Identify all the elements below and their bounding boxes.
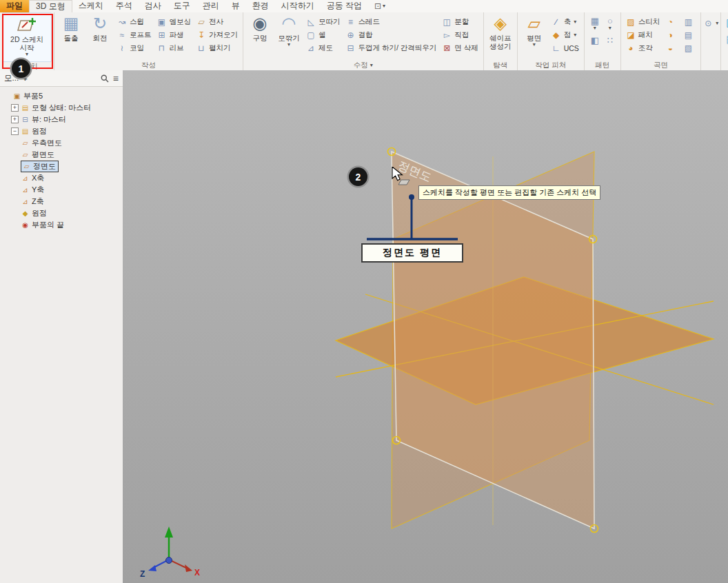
tab-tools[interactable]: 도구 xyxy=(168,0,196,12)
unwrap-button[interactable]: ⊔펼치기 xyxy=(196,43,238,53)
import-button[interactable]: ↧가져오기 xyxy=(196,30,238,40)
panel-style: ⊙ ▾ xyxy=(701,12,720,70)
boundary-patch-button[interactable]: ▥ xyxy=(683,17,696,27)
tree-item-view-master[interactable]: + ⊟ 뷰: 마스터 xyxy=(3,114,123,125)
derive-button[interactable]: ⊞파생 xyxy=(157,30,192,40)
tab-annotate[interactable]: 주석 xyxy=(110,0,139,12)
panel-partial-right: ▣ ▤ xyxy=(720,12,728,70)
shell-button[interactable]: ▢쉘 xyxy=(306,30,341,40)
select-plane-cursor-badge xyxy=(398,180,410,185)
work-plane-button[interactable]: ▱ 평면 ▾ xyxy=(520,12,549,48)
loft-button[interactable]: ≈로프트 xyxy=(117,30,152,40)
decal-button[interactable]: ▱전사 xyxy=(196,17,238,27)
import-icon: ↧ xyxy=(196,30,206,40)
tree-item-origin-folder[interactable]: − ▤ 원점 xyxy=(3,125,123,137)
draft-button[interactable]: ⊿제도 xyxy=(306,43,341,53)
tree-item-origin-point[interactable]: ◆ 원점 xyxy=(3,207,123,219)
work-plane-icon: ▱ xyxy=(527,14,540,34)
search-icon[interactable] xyxy=(101,74,109,83)
tree-item-yz-plane[interactable]: ▱ 우측면도 xyxy=(3,137,123,149)
tree-item-xz-plane[interactable]: ▱ 평면도 xyxy=(3,149,123,161)
sculpt-button[interactable]: ◕조각 xyxy=(626,43,660,53)
rib-button[interactable]: ⊓리브 xyxy=(157,43,192,53)
thicken-offset-icon: ⊟ xyxy=(346,43,356,53)
emboss-button[interactable]: ▣엠보싱 xyxy=(157,17,192,27)
combine-button[interactable]: ⊕결합 xyxy=(346,30,437,40)
chevron-down-icon: ▾ xyxy=(533,42,536,48)
x-axis-arrow xyxy=(185,564,192,572)
collapse-toggle[interactable]: − xyxy=(11,127,19,135)
ribbon-options-button[interactable]: ⊡ ▾ xyxy=(368,0,392,12)
tab-manage[interactable]: 관리 xyxy=(196,0,225,12)
tab-file[interactable]: 파일 xyxy=(0,0,29,12)
stitch-button[interactable]: ▨스티치 xyxy=(626,17,660,27)
hole-button[interactable]: ◉ 구멍 xyxy=(245,12,274,42)
step1-badge: 1 xyxy=(12,59,30,78)
tree-item-y-axis[interactable]: ⊿ Y축 xyxy=(3,184,123,196)
fillet-button[interactable]: ◠ 모깎기 ▾ xyxy=(274,12,303,48)
emboss-icon: ▣ xyxy=(157,17,167,27)
mirror-button[interactable]: ◧ xyxy=(588,36,602,54)
plane-icon: ▱ xyxy=(22,163,31,170)
split-button[interactable]: ◫분할 xyxy=(442,17,478,27)
loft-icon: ≈ xyxy=(117,30,127,40)
tree-item-end-of-part[interactable]: ◉ 부품의 끝 xyxy=(3,219,123,231)
tree-item-z-axis[interactable]: ⊿ Z축 xyxy=(3,196,123,207)
delete-surface-button[interactable]: ◒ xyxy=(665,43,678,53)
ucs-button[interactable]: ∟UCS xyxy=(552,43,579,53)
tab-collaborate[interactable]: 공동 작업 xyxy=(321,0,368,12)
circular-pattern-button[interactable]: ○▾ xyxy=(603,17,617,34)
trim-surface-icon: ◔ xyxy=(665,17,675,27)
revolve-button[interactable]: ↻ 회전 xyxy=(85,12,114,42)
work-point-button[interactable]: ◆점▾ xyxy=(552,30,579,40)
tree-item-model-states[interactable]: + ▤ 모형 상태: 마스터 xyxy=(3,102,123,114)
trim-surface-button[interactable]: ◔ xyxy=(665,17,678,27)
tab-3d-model[interactable]: 3D 모형 xyxy=(29,0,72,12)
chamfer-button[interactable]: ◺모따기 xyxy=(306,17,341,27)
work-axis-button[interactable]: ∕축▾ xyxy=(552,17,579,27)
chevron-down-icon: ▾ xyxy=(594,25,596,31)
ribbon-tab-bar: 파일 3D 모형 스케치 주석 검사 도구 관리 뷰 환경 시작하기 공동 작업… xyxy=(0,0,728,12)
direct-edit-icon: ▻ xyxy=(442,30,452,40)
expand-toggle[interactable]: + xyxy=(11,116,19,123)
start-2d-sketch-button[interactable]: 2D 스케치 시작 ▾ xyxy=(2,12,52,62)
work-axis-icon: ∕ xyxy=(552,17,561,27)
extrude-icon: ▦ xyxy=(63,14,79,34)
thread-button[interactable]: ≡스레드 xyxy=(346,17,437,27)
expand-toggle[interactable]: + xyxy=(11,104,19,112)
rectangular-pattern-button[interactable]: ▦▾ xyxy=(588,17,602,34)
coil-button[interactable]: ≀코일 xyxy=(117,43,152,53)
shape-generator-button[interactable]: ◈ 쉐이프 생성기 xyxy=(486,12,515,50)
end-of-part-icon: ◉ xyxy=(21,221,30,229)
sketch-pattern-button[interactable]: ∷ xyxy=(603,36,617,54)
browser-menu-icon[interactable]: ≡ xyxy=(113,73,119,84)
sweep-button[interactable]: ↝스윕 xyxy=(117,17,152,27)
mouse-cursor xyxy=(392,167,411,186)
thicken-offset-button[interactable]: ⊟두껍게 하기/ 간격띄우기 xyxy=(346,43,437,53)
visual-style-dropdown[interactable]: ⊙ ▾ xyxy=(703,12,718,28)
ruled-surface-button[interactable]: ▤ xyxy=(683,30,696,40)
panel-label-explore: 탐색 xyxy=(486,61,515,70)
tab-inspect[interactable]: 검사 xyxy=(139,0,168,12)
extend-surface-button[interactable]: ◑ xyxy=(665,30,678,40)
visual-style-icon: ⊙ xyxy=(703,19,713,28)
tree-item-x-axis[interactable]: ⊿ X축 xyxy=(3,172,123,184)
direct-edit-button[interactable]: ▻직접 xyxy=(442,30,478,40)
replace-face-button[interactable]: ▧ xyxy=(683,43,696,53)
chevron-down-icon: ▾ xyxy=(383,3,385,9)
tree-item-part[interactable]: ▣ 부품5 xyxy=(3,90,123,102)
panel-label-modify[interactable]: 수정 ▾ xyxy=(245,61,481,70)
delete-face-button[interactable]: ⊠면 삭제 xyxy=(442,43,478,53)
panel-label-pattern: 패턴 xyxy=(587,61,618,70)
hole-icon: ◉ xyxy=(253,14,267,34)
patch-button[interactable]: ◪패치 xyxy=(626,30,660,40)
tab-sketch[interactable]: 스케치 xyxy=(72,0,110,12)
panel-pattern: ▦▾ ○▾ ◧ ∷ 패턴 xyxy=(585,12,621,70)
ruled-surface-icon: ▤ xyxy=(683,30,693,40)
tab-view[interactable]: 뷰 xyxy=(225,0,246,12)
tab-environments[interactable]: 환경 xyxy=(246,0,275,12)
extrude-button[interactable]: ▦ 돌출 xyxy=(57,12,85,42)
tab-get-started[interactable]: 시작하기 xyxy=(275,0,321,12)
graphics-viewport[interactable]: 정면도 X Z 스케치를 작성할 평면 또는 편집할 기존 스케치 선택 정면도… xyxy=(123,70,728,583)
tree-item-xy-plane-selected[interactable]: ▱ 정면도 xyxy=(3,161,123,172)
